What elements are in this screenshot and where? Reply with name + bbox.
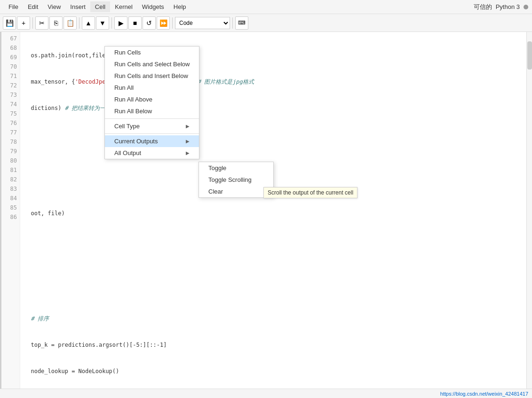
statusbar-url: https://blog.csdn.net/weixin_42481417: [440, 391, 528, 397]
code-line-74: [24, 235, 523, 244]
all-output-arrow: ▶: [186, 150, 190, 156]
code-line-79: node_lookup = NodeLookup(): [24, 367, 523, 376]
statusbar: https://blog.csdn.net/weixin_42481417: [0, 389, 532, 398]
menubar: File Edit View Insert Cell Kernel Widget…: [0, 0, 532, 14]
menu-run-all-above[interactable]: Run All Above: [105, 94, 199, 105]
line-num-79: 79: [4, 147, 17, 156]
menu-run-cells-label: Run Cells: [114, 49, 141, 56]
line-num-81: 81: [4, 165, 17, 175]
submenu-toggle-scrolling[interactable]: Toggle Scrolling: [199, 174, 273, 186]
move-down-button[interactable]: ▼: [96, 16, 109, 30]
copy-button[interactable]: ⎘: [49, 16, 63, 30]
code-line-73: oot, file): [24, 209, 523, 218]
menu-run-cells-insert-below-label: Run Cells and Insert Below: [114, 72, 188, 79]
toolbar-separator-2: [79, 17, 79, 29]
menu-cell-type[interactable]: Cell Type ▶: [105, 120, 199, 132]
main-content: 67 68 69 70 71 72 73 74 75 76 77 78 79 8…: [0, 32, 532, 398]
submenu-clear[interactable]: Clear: [199, 186, 273, 197]
line-num-80: 80: [4, 156, 17, 165]
line-num-71: 71: [4, 71, 17, 81]
code-line-67: os.path.join(root,file), 'rb').read(): [24, 51, 523, 60]
toolbar-separator-4: [172, 17, 173, 29]
menu-current-outputs[interactable]: Current Outputs ▶: [105, 135, 199, 147]
line-num-72: 72: [4, 81, 17, 90]
line-num-76: 76: [4, 118, 17, 128]
code-line-69: dictions) # 把结果转为一维数据: [24, 103, 523, 113]
menu-current-outputs-label: Current Outputs: [114, 138, 158, 145]
menu-all-output[interactable]: All Output ▶: [105, 147, 199, 159]
line-num-77: 77: [4, 128, 17, 137]
toolbar-separator-1: [32, 17, 33, 29]
menu-run-cells-insert-below[interactable]: Run Cells and Insert Below: [105, 70, 199, 82]
menubar-right: 可信的 Python 3: [474, 3, 528, 11]
menu-sep-1: [105, 118, 199, 119]
kernel-dot: [524, 5, 528, 9]
menu-sep-2: [105, 133, 199, 134]
code-line-77: # 排序: [24, 314, 523, 323]
menu-widgets[interactable]: Widgets: [137, 1, 169, 12]
kernel-status: [524, 5, 528, 9]
toolbar: 💾 + ✂ ⎘ 📋 ▲ ▼ ▶ ■ ↺ ⏩ Code Markdown Raw …: [0, 14, 532, 32]
line-num-74: 74: [4, 100, 17, 109]
submenu-toggle-scrolling-label: Toggle Scrolling: [208, 176, 252, 183]
line-num-68: 68: [4, 43, 17, 53]
menu-run-all-below[interactable]: Run All Below: [105, 105, 199, 117]
add-cell-button[interactable]: +: [17, 16, 30, 30]
cut-button[interactable]: ✂: [35, 16, 48, 30]
code-line-68: max_tensor, {'DecodJpeg/contents:0':imag…: [24, 77, 523, 86]
code-content[interactable]: os.path.join(root,file), 'rb').read() ma…: [20, 32, 526, 398]
current-outputs-arrow: ▶: [186, 139, 190, 144]
current-outputs-submenu: Toggle Toggle Scrolling Clear: [199, 162, 274, 198]
submenu-toggle[interactable]: Toggle: [199, 162, 273, 174]
scrollbar-thumb[interactable]: [527, 41, 532, 70]
restart-button[interactable]: ↺: [143, 16, 156, 30]
menu-kernel[interactable]: Kernel: [110, 1, 137, 12]
line-num-67: 67: [4, 34, 17, 43]
move-up-button[interactable]: ▲: [82, 16, 95, 30]
menu-view[interactable]: View: [43, 1, 65, 12]
line-num-69: 69: [4, 53, 17, 62]
paste-button[interactable]: 📋: [64, 16, 77, 30]
toolbar-separator-3: [111, 17, 112, 29]
menu-run-all[interactable]: Run All: [105, 82, 199, 94]
menu-cell-type-label: Cell Type: [114, 123, 140, 130]
run-button[interactable]: ▶: [114, 16, 127, 30]
code-line-76: [24, 288, 523, 297]
save-button[interactable]: 💾: [3, 16, 16, 30]
line-num-70: 70: [4, 62, 17, 71]
menu-run-cells-select-below-label: Run Cells and Select Below: [114, 61, 190, 68]
stop-button[interactable]: ■: [128, 16, 142, 30]
kernel-name: Python 3: [496, 3, 520, 10]
menu-run-cells[interactable]: Run Cells: [105, 47, 199, 58]
code-line-75: [24, 261, 523, 271]
keyboard-shortcut-button[interactable]: ⌨: [235, 16, 248, 30]
menu-run-all-below-label: Run All Below: [114, 108, 152, 115]
menu-cell[interactable]: Cell: [90, 1, 110, 12]
line-num-84: 84: [4, 194, 17, 203]
submenu-clear-label: Clear: [208, 188, 223, 195]
line-numbers: 67 68 69 70 71 72 73 74 75 76 77 78 79 8…: [1, 32, 20, 398]
cell-type-arrow: ▶: [186, 124, 190, 129]
menu-run-all-label: Run All: [114, 84, 134, 91]
restart-run-button[interactable]: ⏩: [157, 16, 170, 30]
line-num-78: 78: [4, 137, 17, 147]
menu-run-all-above-label: Run All Above: [114, 96, 152, 103]
menu-help[interactable]: Help: [169, 1, 191, 12]
scrollbar[interactable]: [526, 32, 532, 398]
line-num-85: 85: [4, 203, 17, 212]
menu-file[interactable]: File: [4, 1, 23, 12]
toolbar-separator-5: [232, 17, 233, 29]
line-num-73: 73: [4, 90, 17, 100]
code-line-78: top_k = predictions.argsort()[-5:][::-1]: [24, 340, 523, 350]
line-num-82: 82: [4, 175, 17, 184]
menu-edit[interactable]: Edit: [23, 1, 43, 12]
menu-all-output-label: All Output: [114, 149, 141, 156]
line-num-83: 83: [4, 184, 17, 194]
submenu-toggle-label: Toggle: [208, 164, 226, 172]
line-num-75: 75: [4, 109, 17, 118]
menu-run-cells-select-below[interactable]: Run Cells and Select Below: [105, 58, 199, 70]
cell-type-select[interactable]: Code Markdown Raw NBConvert: [175, 17, 230, 29]
code-cell: 67 68 69 70 71 72 73 74 75 76 77 78 79 8…: [0, 32, 526, 398]
menu-insert[interactable]: Insert: [65, 1, 90, 12]
line-num-86: 86: [4, 212, 17, 222]
